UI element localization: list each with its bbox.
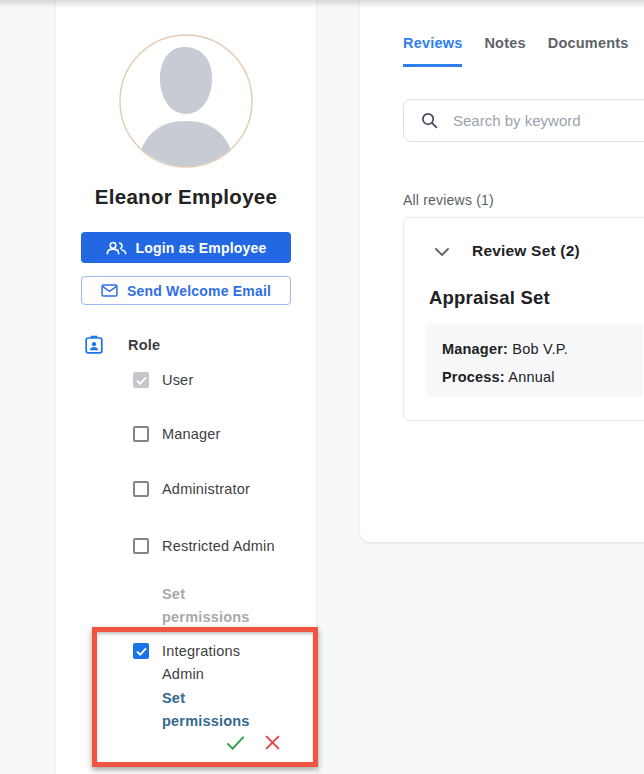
role-label-administrator: Administrator (162, 478, 280, 501)
process-value: Annual (508, 369, 554, 385)
checkbox-restricted-admin[interactable] (133, 538, 149, 554)
employee-detail-panel: Reviews Notes Documents All reviews (1) … (360, 0, 644, 542)
login-button-label: Login as Employee (136, 240, 267, 256)
appraisal-set-title[interactable]: Appraisal Set (429, 287, 550, 309)
checkbox-user (133, 372, 149, 388)
all-reviews-count: All reviews (1) (403, 192, 494, 208)
badge-id-icon (84, 335, 104, 355)
checkbox-manager[interactable] (133, 426, 149, 442)
role-option-manager[interactable]: Manager (133, 423, 280, 446)
process-label: Process: (442, 369, 505, 385)
set-permissions-integrations-link[interactable]: Set permissions (162, 687, 274, 733)
avatar (119, 34, 253, 168)
review-set-title: Review Set (2) (472, 242, 580, 260)
pending-change-actions (226, 735, 280, 751)
employee-name: Eleanor Employee (56, 185, 316, 209)
envelope-icon (101, 284, 118, 297)
manager-label: Manager: (442, 341, 508, 357)
review-set-card: Review Set (2) Appraisal Set Manager: Bo… (403, 217, 644, 421)
search-icon (421, 112, 438, 129)
role-option-restricted-admin[interactable]: Restricted Admin (133, 535, 280, 558)
role-section-label: Role (128, 337, 160, 353)
send-welcome-email-button[interactable]: Send Welcome Email (81, 276, 291, 305)
review-set-header[interactable]: Review Set (2) (435, 242, 580, 260)
checkbox-integrations-admin[interactable] (133, 643, 149, 659)
chevron-down-icon[interactable] (435, 248, 449, 256)
role-label-restricted-admin: Restricted Admin (162, 535, 280, 558)
login-as-employee-button[interactable]: Login as Employee (81, 232, 291, 263)
set-permissions-restricted-link: Set permissions (162, 583, 274, 629)
appraisal-meta-box: Manager: Bob V.P. Process: Annual (426, 324, 643, 397)
tab-reviews[interactable]: Reviews (403, 35, 462, 67)
role-option-user[interactable]: User (133, 369, 280, 392)
role-option-administrator[interactable]: Administrator (133, 478, 280, 501)
role-option-integrations-admin[interactable]: Integrations Admin (133, 640, 280, 686)
red-x-icon[interactable] (265, 735, 280, 751)
detail-tabs: Reviews Notes Documents (403, 35, 644, 67)
role-label-integrations-admin: Integrations Admin (162, 640, 280, 686)
role-label-manager: Manager (162, 423, 280, 446)
review-search-box[interactable] (403, 99, 644, 142)
process-line: Process: Annual (442, 363, 643, 391)
role-section-header: Role (84, 335, 160, 355)
people-icon (106, 241, 127, 255)
manager-line: Manager: Bob V.P. (442, 335, 643, 363)
role-label-user: User (162, 369, 280, 392)
search-input[interactable] (451, 111, 644, 130)
manager-value: Bob V.P. (512, 341, 568, 357)
employee-profile-panel: Eleanor Employee Login as Employee (56, 0, 316, 774)
checkbox-administrator[interactable] (133, 481, 149, 497)
green-check-icon[interactable] (226, 735, 245, 751)
tab-documents[interactable]: Documents (548, 35, 629, 67)
send-welcome-button-label: Send Welcome Email (127, 283, 271, 299)
tab-notes[interactable]: Notes (484, 35, 525, 67)
